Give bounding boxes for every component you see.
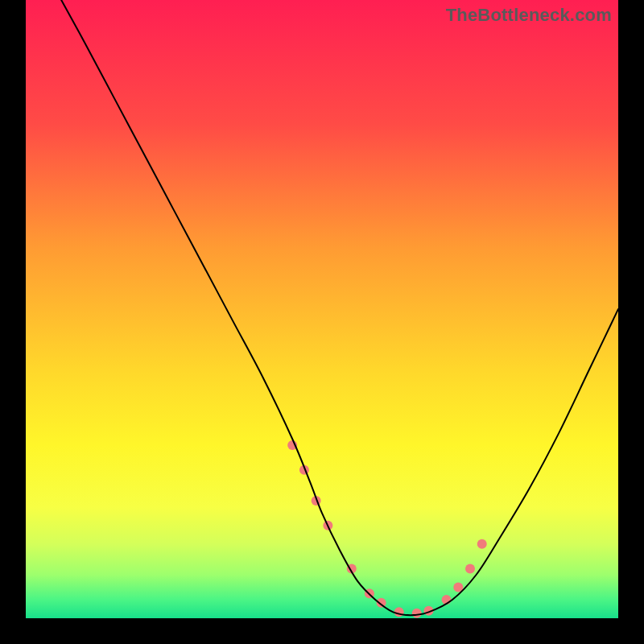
plot-svg [26, 0, 618, 618]
plot-area [26, 0, 618, 618]
marker-point [394, 607, 404, 617]
marker-point [465, 564, 475, 574]
chart-frame: TheBottleneck.com [0, 0, 644, 644]
marker-point [412, 609, 422, 618]
watermark-text: TheBottleneck.com [446, 5, 612, 26]
marker-point [477, 539, 487, 549]
gradient-background [26, 0, 618, 618]
